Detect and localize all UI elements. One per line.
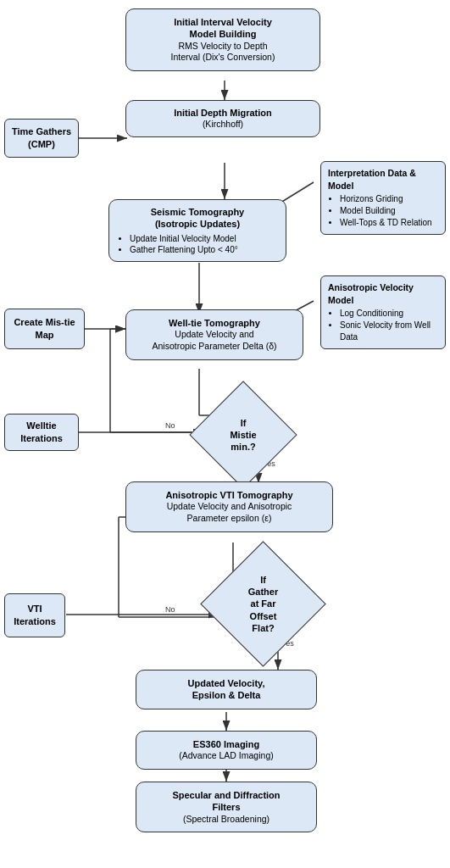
flowchart: Yes No Yes No Initial Interval Velocity … xyxy=(0,0,450,25)
no-label-gather: No xyxy=(165,605,175,614)
initial-velocity-subtitle: RMS Velocity to Depth Interval (Dix's Co… xyxy=(135,41,311,64)
create-mistie-box: Create Mis-tie Map xyxy=(4,309,85,349)
welltie-tomo-subtitle: Update Velocity and Anisotropic Paramete… xyxy=(135,329,294,352)
seismic-tomo-item-2: Gather Flattening Upto < 40° xyxy=(130,244,277,255)
aniso-vti-box: Anisotropic VTI Tomography Update Veloci… xyxy=(125,481,333,532)
welltie-tomo-box: Well-tie Tomography Update Velocity and … xyxy=(125,309,303,360)
welltie-iterations-box: Welltie Iterations xyxy=(4,414,79,451)
es360-box: ES360 Imaging (Advance LAD Imaging) xyxy=(136,731,317,770)
initial-depth-title: Initial Depth Migration xyxy=(135,107,311,119)
initial-depth-subtitle: (Kirchhoff) xyxy=(135,119,311,131)
interpretation-box: Interpretation Data & Model Horizons Gri… xyxy=(320,161,446,235)
interpretation-title: Interpretation Data & Model xyxy=(328,167,438,192)
es360-title: ES360 Imaging xyxy=(145,738,308,750)
interp-item-3: Well-Tops & TD Relation xyxy=(340,217,438,229)
anisotropic-velocity-box: Anisotropic Velocity Model Log Condition… xyxy=(320,275,446,349)
aniso-vel-title: Anisotropic Velocity Model xyxy=(328,281,438,306)
gather-diamond: If Gather at Far Offset Flat? xyxy=(200,541,325,666)
aniso-vel-item-1: Log Conditioning xyxy=(340,308,438,320)
interpretation-list: Horizons Griding Model Building Well-Top… xyxy=(328,193,438,229)
aniso-vel-item-2: Sonic Velocity from Well Data xyxy=(340,320,438,343)
initial-depth-box: Initial Depth Migration (Kirchhoff) xyxy=(125,100,320,137)
seismic-tomo-item-1: Update Initial Velocity Model xyxy=(130,233,277,244)
mistie-diamond-text: If Mistie min.? xyxy=(206,398,281,472)
es360-subtitle: (Advance LAD Imaging) xyxy=(145,750,308,762)
no-label-mistie: No xyxy=(165,421,175,430)
welltie-tomo-title: Well-tie Tomography xyxy=(135,317,294,329)
seismic-tomography-box: Seismic Tomography(Isotropic Updates) Up… xyxy=(108,199,286,262)
updated-velocity-box: Updated Velocity, Epsilon & Delta xyxy=(136,670,317,709)
create-mistie-label: Create Mis-tie Map xyxy=(5,316,84,342)
specular-title: Specular and Diffraction Filters xyxy=(145,789,308,814)
aniso-vti-title: Anisotropic VTI Tomography xyxy=(135,489,324,501)
vti-iterations-label: VTI Iterations xyxy=(14,603,56,629)
updated-velocity-title: Updated Velocity, Epsilon & Delta xyxy=(145,677,308,702)
time-gathers-label: Time Gathers (CMP) xyxy=(12,125,71,152)
specular-box: Specular and Diffraction Filters (Spectr… xyxy=(136,782,317,832)
initial-velocity-title: Initial Interval Velocity Model Building xyxy=(135,16,311,41)
interp-item-2: Model Building xyxy=(340,205,438,217)
initial-velocity-box: Initial Interval Velocity Model Building… xyxy=(125,8,320,71)
welltie-iterations-label: Welltie Iterations xyxy=(5,420,78,446)
aniso-vel-list: Log Conditioning Sonic Velocity from Wel… xyxy=(328,308,438,343)
gather-diamond-text: If Gather at Far Offset Flat? xyxy=(219,560,307,648)
vti-iterations-box: VTI Iterations xyxy=(4,593,65,637)
aniso-vti-subtitle: Update Velocity and Anisotropic Paramete… xyxy=(135,501,324,524)
interp-item-1: Horizons Griding xyxy=(340,193,438,205)
time-gathers-box: Time Gathers (CMP) xyxy=(4,119,79,158)
seismic-tomo-title: Seismic Tomography(Isotropic Updates) xyxy=(118,206,277,231)
specular-subtitle: (Spectral Broadening) xyxy=(145,814,308,826)
mistie-diamond: If Mistie min.? xyxy=(189,381,297,488)
